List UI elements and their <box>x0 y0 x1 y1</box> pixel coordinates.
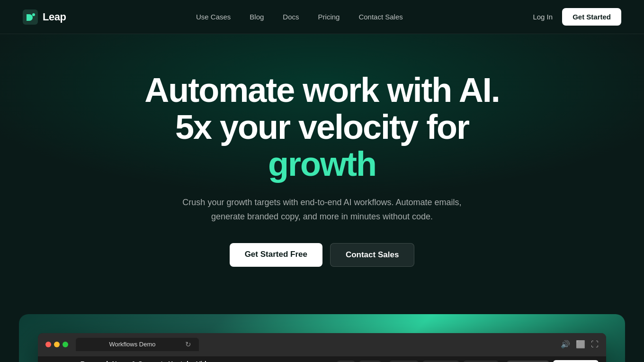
log-in-link[interactable]: Log In <box>533 13 553 21</box>
undo-button[interactable]: ↺ <box>337 361 355 362</box>
app-title-group: Research News & Generate Youtube Video w… <box>80 360 214 362</box>
svg-point-1 <box>32 13 35 16</box>
fullscreen-icon[interactable]: ⛶ <box>591 340 599 349</box>
nav-docs[interactable]: Docs <box>283 13 299 21</box>
hero-headline: Automate work with AI. 5x your velocity … <box>144 72 499 182</box>
cast-icon[interactable]: ⬜ <box>576 340 585 349</box>
hero-line2: 5x your velocity for <box>175 108 469 146</box>
app-title: Research News & Generate Youtube Video <box>80 360 214 362</box>
browser-dot-minimize[interactable] <box>54 342 60 347</box>
nav-blog[interactable]: Blog <box>250 13 264 21</box>
app-bar-actions: Help ? ↺ </> Editor Versions Settings <box>311 360 599 362</box>
hero-line3: growth <box>268 145 376 183</box>
browser-chrome-bar: Workflows Demo ↻ 🔊 ⬜ ⛶ <box>38 333 606 356</box>
browser-dot-fullscreen[interactable] <box>63 342 68 347</box>
browser-tab[interactable]: Workflows Demo ↻ <box>76 338 199 351</box>
volume-icon[interactable]: 🔊 <box>561 340 570 349</box>
settings-button[interactable]: Settings <box>463 361 499 362</box>
leap-logo-icon <box>23 9 38 25</box>
browser-window: Workflows Demo ↻ 🔊 ⬜ ⛶ ← Exit Research N… <box>38 333 606 362</box>
logo-text: Leap <box>43 11 66 23</box>
hero-line1: Automate work with AI. <box>144 71 499 109</box>
editor-button[interactable]: Editor <box>389 361 419 362</box>
get-started-nav-button[interactable]: Get Started <box>562 8 621 26</box>
browser-controls-right: 🔊 ⬜ ⛶ <box>561 340 599 349</box>
nav-right: Log In Get Started <box>533 8 621 26</box>
code-button[interactable]: </> <box>359 361 381 362</box>
nav-links: Use Cases Blog Docs Pricing Contact Sale… <box>196 13 403 21</box>
publish-button[interactable]: Publish ➤ <box>553 360 599 362</box>
versions-button[interactable]: Versions <box>422 361 459 362</box>
logo-link[interactable]: Leap <box>23 9 66 25</box>
browser-tab-title: Workflows Demo <box>83 341 181 348</box>
get-started-free-button[interactable]: Get Started Free <box>230 243 322 267</box>
demo-card-wrapper: Workflows Demo ↻ 🔊 ⬜ ⛶ ← Exit Research N… <box>19 314 625 362</box>
nav-use-cases[interactable]: Use Cases <box>196 13 231 21</box>
nav-contact-sales[interactable]: Contact Sales <box>358 13 402 21</box>
hero-section: Automate work with AI. 5x your velocity … <box>0 34 644 295</box>
navigation: Leap Use Cases Blog Docs Pricing Contact… <box>0 0 644 34</box>
browser-traffic-lights <box>45 342 68 347</box>
browser-dot-close[interactable] <box>45 342 51 347</box>
app-toolbar: ← Exit Research News & Generate Youtube … <box>38 356 606 362</box>
nav-pricing[interactable]: Pricing <box>318 13 340 21</box>
preview-button[interactable]: Preview ▷ <box>507 361 549 362</box>
refresh-icon[interactable]: ↻ <box>185 340 191 349</box>
hero-subtext: Crush your growth targets with end-to-en… <box>180 196 464 224</box>
contact-sales-hero-button[interactable]: Contact Sales <box>330 243 414 267</box>
hero-cta: Get Started Free Contact Sales <box>230 243 415 267</box>
